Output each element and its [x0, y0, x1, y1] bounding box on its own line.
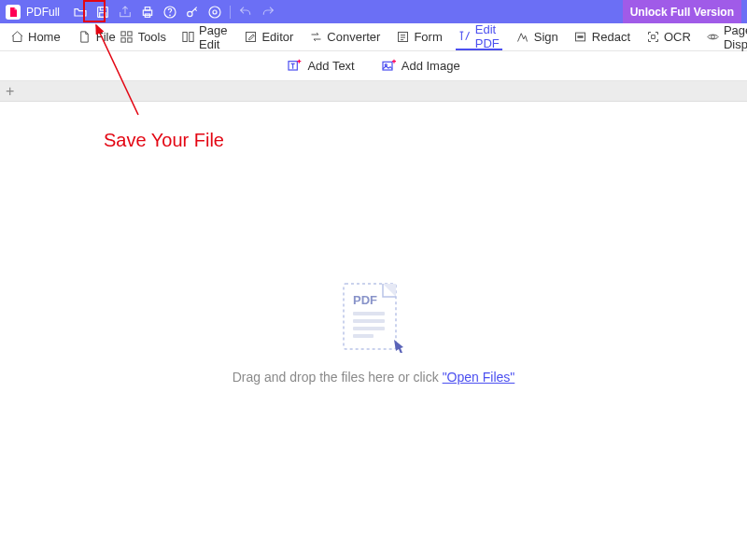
- menu-ocr[interactable]: OCR: [643, 23, 693, 50]
- menu-redact[interactable]: Redact: [571, 23, 632, 50]
- menu-label: Converter: [327, 30, 380, 44]
- sub-label: Add Image: [402, 59, 460, 73]
- tools-icon: [120, 30, 134, 45]
- editor-icon: [243, 30, 258, 45]
- sub-label: Add Text: [307, 59, 354, 73]
- help-icon[interactable]: [159, 2, 181, 22]
- menu-file[interactable]: File: [76, 23, 118, 50]
- svg-point-9: [213, 10, 217, 14]
- page-display-icon: [706, 30, 720, 45]
- svg-rect-23: [383, 62, 392, 70]
- svg-rect-1: [100, 7, 105, 9]
- svg-rect-27: [353, 319, 385, 323]
- tab-strip: +: [0, 81, 747, 102]
- drop-area[interactable]: PDF Drag and drop the files here or clic…: [0, 102, 747, 560]
- menu-converter[interactable]: Converter: [306, 23, 382, 50]
- sign-icon: [515, 30, 530, 45]
- menu-page-edit[interactable]: Page Edit: [179, 23, 230, 50]
- add-image-icon: [381, 59, 396, 74]
- page-edit-icon: [181, 30, 195, 45]
- save-icon[interactable]: [92, 2, 114, 22]
- unlock-label: Unlock Full Version: [630, 6, 734, 19]
- form-icon: [395, 30, 410, 45]
- menu-sign[interactable]: Sign: [514, 23, 560, 50]
- edit-pdf-icon: [458, 29, 472, 44]
- drop-prompt: Drag and drop the files here or click "O…: [233, 370, 515, 385]
- menu-editor[interactable]: Editor: [241, 23, 295, 50]
- svg-point-8: [188, 11, 192, 16]
- redo-icon[interactable]: [257, 2, 279, 22]
- svg-point-7: [170, 15, 171, 16]
- open-icon[interactable]: [69, 2, 92, 22]
- menu-label: Home: [28, 30, 61, 44]
- svg-rect-20: [578, 35, 584, 38]
- print-icon[interactable]: [136, 2, 159, 22]
- svg-rect-13: [121, 38, 125, 42]
- app-logo: [6, 5, 21, 20]
- menu-right: Tools Page Edit Editor Converter Form Ed…: [118, 23, 747, 50]
- unlock-button[interactable]: Unlock Full Version: [623, 0, 741, 23]
- svg-rect-28: [353, 327, 385, 330]
- svg-rect-26: [353, 312, 385, 315]
- add-text-button[interactable]: Add Text: [287, 59, 354, 74]
- key-icon[interactable]: [181, 2, 204, 22]
- svg-point-21: [712, 35, 715, 39]
- menu-page-display[interactable]: Page Display: [704, 23, 747, 50]
- svg-rect-29: [353, 334, 374, 338]
- home-icon: [9, 30, 24, 45]
- menu-label: Page Edit: [199, 23, 228, 51]
- svg-rect-11: [121, 32, 125, 35]
- menu-tools[interactable]: Tools: [118, 23, 168, 50]
- menu-label: Edit PDF: [475, 22, 500, 50]
- share-icon[interactable]: [114, 2, 136, 22]
- menu-label: OCR: [664, 30, 691, 44]
- ocr-icon: [645, 30, 660, 45]
- svg-rect-12: [128, 32, 132, 35]
- redact-icon: [573, 30, 588, 45]
- menu-label: Sign: [534, 30, 558, 44]
- new-tab-button[interactable]: +: [6, 84, 14, 99]
- menu-bar: Home File Tools Page Edit Editor Convert…: [0, 23, 747, 51]
- svg-point-10: [209, 7, 220, 18]
- undo-icon[interactable]: [234, 2, 257, 22]
- menu-form[interactable]: Form: [393, 23, 444, 50]
- menu-label: Editor: [261, 30, 293, 44]
- menu-label: Page Display: [724, 23, 747, 51]
- separator: [230, 6, 231, 19]
- menu-edit-pdf[interactable]: Edit PDF: [456, 23, 502, 50]
- menu-label: File: [96, 30, 116, 44]
- app-name: PDFull: [26, 6, 60, 19]
- add-image-button[interactable]: Add Image: [381, 59, 460, 74]
- menu-label: Redact: [592, 30, 630, 44]
- svg-rect-14: [128, 38, 132, 42]
- converter-icon: [308, 30, 323, 45]
- menu-left: Home File: [7, 23, 118, 50]
- menu-label: Tools: [138, 30, 166, 44]
- drop-prefix: Drag and drop the files here or click: [233, 370, 443, 385]
- file-icon: [78, 30, 92, 45]
- svg-rect-15: [183, 33, 187, 42]
- pdf-badge-text: PDF: [353, 293, 377, 307]
- open-files-link[interactable]: "Open Files": [443, 370, 515, 385]
- titlebar-icons: [69, 2, 279, 22]
- svg-rect-4: [145, 7, 149, 9]
- add-text-icon: [287, 59, 302, 74]
- menu-label: Form: [414, 30, 442, 44]
- annotation-text: Save Your File: [104, 130, 224, 151]
- svg-rect-2: [100, 12, 106, 17]
- title-bar: PDFull Unlock Full Version: [0, 0, 747, 23]
- menu-home[interactable]: Home: [7, 23, 63, 50]
- settings-icon[interactable]: [204, 2, 226, 22]
- pdf-file-icon: PDF: [336, 278, 411, 353]
- sub-toolbar: Add Text Add Image: [0, 51, 747, 81]
- svg-rect-16: [190, 33, 193, 42]
